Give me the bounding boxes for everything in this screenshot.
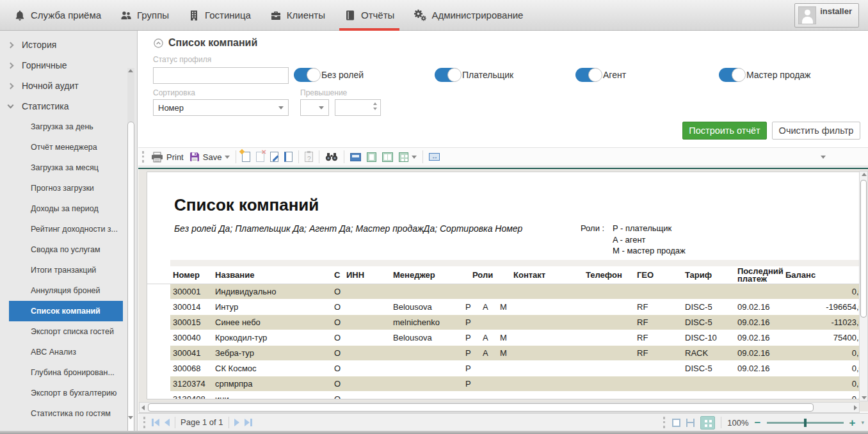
report-subtitle: Без ролей Да; Плательщик Да; Агент Да; М… bbox=[174, 223, 522, 234]
sidebar-item[interactable]: Итоги транзакций bbox=[0, 260, 137, 280]
sidebar-item[interactable]: Динамика загрузки bbox=[0, 424, 137, 431]
excess-number-stepper[interactable] bbox=[335, 99, 381, 116]
first-page-button[interactable] bbox=[152, 419, 159, 426]
sidebar-item[interactable]: Загрузка за месяц bbox=[0, 157, 137, 178]
user-button[interactable]: installer bbox=[794, 3, 859, 28]
excess-select[interactable] bbox=[300, 99, 329, 116]
cell-s: О bbox=[334, 346, 346, 361]
tab-groups[interactable]: Группы bbox=[120, 0, 169, 31]
tab-clients[interactable]: Клиенты bbox=[270, 0, 325, 31]
zoombar-grip[interactable] bbox=[663, 417, 665, 428]
sidebar-item-label: Аннуляция броней bbox=[31, 286, 100, 295]
users-icon bbox=[120, 10, 132, 21]
sidebar-item[interactable]: Отчёт менеджера bbox=[0, 137, 137, 157]
sidebar-item[interactable]: АВС Анализ bbox=[0, 342, 137, 362]
new-page-button[interactable] bbox=[242, 152, 250, 162]
clipboard-button[interactable] bbox=[305, 152, 313, 162]
zoom-slider-handle[interactable] bbox=[804, 419, 807, 427]
spin-down-icon[interactable] bbox=[373, 108, 377, 110]
single-page-view-button[interactable] bbox=[367, 152, 376, 162]
zoom-out-button[interactable]: − bbox=[755, 417, 761, 428]
fit-width-icon[interactable] bbox=[686, 419, 695, 427]
sidebar-item[interactable]: Глубина бронирован... bbox=[0, 362, 137, 383]
scroll-thumb[interactable] bbox=[148, 403, 814, 412]
scroll-down-icon[interactable] bbox=[128, 416, 133, 419]
spin-up-icon[interactable] bbox=[373, 102, 377, 105]
header-roles: Роли bbox=[472, 266, 493, 284]
scroll-up-icon[interactable] bbox=[862, 173, 867, 176]
user-name: installer bbox=[820, 6, 852, 16]
next-page-button[interactable] bbox=[234, 419, 239, 426]
sidebar-item[interactable]: Статистика по гостям bbox=[0, 403, 137, 424]
delete-page-button[interactable] bbox=[256, 152, 264, 162]
sidebar-item[interactable]: Прогноз загрузки bbox=[0, 178, 137, 198]
tab-label: Администрирование bbox=[431, 10, 523, 20]
toggle-no-roles[interactable]: Без ролей bbox=[294, 68, 364, 82]
sort-select[interactable]: Номер bbox=[153, 99, 289, 116]
tab-reception[interactable]: Служба приёма bbox=[14, 0, 101, 31]
page-setup-button[interactable] bbox=[284, 152, 293, 162]
statusbar-grip[interactable] bbox=[143, 417, 145, 428]
sidebar-item[interactable]: Рейтинг доходности з... bbox=[0, 219, 137, 239]
prev-page-button[interactable] bbox=[165, 419, 170, 426]
scroll-thumb[interactable] bbox=[127, 122, 134, 431]
sidebar-item[interactable]: Загрузка за день bbox=[0, 117, 137, 137]
preview-vertical-scrollbar[interactable] bbox=[859, 171, 868, 401]
multi-page-view-button[interactable] bbox=[399, 152, 417, 162]
toggle-sales-master[interactable]: Мастер продаж bbox=[719, 68, 811, 82]
toggle-switch[interactable] bbox=[719, 68, 744, 82]
scroll-up-icon[interactable] bbox=[128, 69, 133, 72]
print-button[interactable]: Print bbox=[151, 152, 184, 163]
status-input[interactable] bbox=[153, 67, 289, 84]
toggle-switch[interactable] bbox=[435, 68, 460, 82]
tab-reports[interactable]: Отчёты bbox=[344, 0, 394, 31]
build-report-button[interactable]: Построить отчёт bbox=[682, 122, 767, 140]
tab-hotel[interactable]: Гостиница bbox=[188, 0, 251, 31]
header-num: Номер bbox=[173, 266, 213, 284]
multi-page-zoom-icon[interactable] bbox=[700, 416, 715, 430]
sidebar-item[interactable]: Доходы за период bbox=[0, 198, 137, 219]
zoombar-overflow-icon[interactable]: ▾ bbox=[861, 419, 864, 426]
cell-s: О bbox=[334, 330, 346, 346]
sidebar-item[interactable]: Экспорт списка гостей bbox=[0, 321, 137, 342]
sidebar-item[interactable]: Статистика bbox=[0, 96, 137, 117]
preview-horizontal-scrollbar[interactable] bbox=[139, 402, 860, 413]
save-button[interactable]: Save bbox=[189, 152, 230, 162]
find-binoculars-icon[interactable] bbox=[325, 152, 338, 161]
tab-administration[interactable]: Администрирование bbox=[414, 0, 523, 31]
toggle-switch[interactable] bbox=[575, 68, 601, 82]
cell-role-m: M bbox=[500, 300, 507, 315]
last-page-button[interactable] bbox=[245, 419, 252, 426]
cell-manager: Belousova bbox=[393, 330, 463, 346]
sidebar-item-selected[interactable]: Список компаний bbox=[9, 301, 123, 321]
sidebar-item-label: Экспорт в бухгалтерию bbox=[31, 389, 117, 398]
edit-page-button[interactable] bbox=[270, 152, 278, 162]
two-page-view-button[interactable] bbox=[382, 152, 393, 162]
zoom-slider[interactable] bbox=[767, 422, 844, 424]
collapse-panel-icon[interactable] bbox=[154, 38, 163, 48]
toggle-switch[interactable] bbox=[294, 68, 319, 82]
sidebar-item[interactable]: Ночной аудит bbox=[0, 76, 137, 96]
cell-name: Зебра-тур bbox=[215, 346, 332, 361]
fit-page-icon[interactable] bbox=[672, 419, 680, 427]
scroll-thumb[interactable] bbox=[860, 180, 867, 317]
sidebar-item[interactable]: Аннуляция броней bbox=[0, 280, 137, 301]
scroll-left-icon[interactable] bbox=[141, 405, 145, 410]
toolbar-grip[interactable] bbox=[142, 151, 144, 163]
sidebar-item[interactable]: Сводка по услугам bbox=[0, 239, 137, 260]
zoom-in-button[interactable]: + bbox=[849, 417, 856, 428]
clear-filter-button[interactable]: Очистить фильтр bbox=[772, 122, 860, 140]
sidebar-item[interactable]: История bbox=[0, 35, 137, 55]
page-width-view-button[interactable]: ↔ bbox=[429, 153, 440, 161]
sidebar-scrollbar[interactable] bbox=[127, 68, 134, 421]
scroll-down-icon[interactable] bbox=[862, 396, 867, 399]
toggle-payer[interactable]: Плательщик bbox=[435, 68, 513, 82]
sidebar-item[interactable]: Горничные bbox=[0, 55, 137, 76]
toggle-agent[interactable]: Агент bbox=[575, 68, 626, 82]
toolbar-overflow-icon[interactable] bbox=[821, 156, 826, 159]
scroll-right-icon[interactable] bbox=[854, 405, 857, 410]
sidebar-item[interactable]: Экспорт в бухгалтерию bbox=[0, 383, 137, 403]
report-toolbar: Print Save ↔ bbox=[138, 147, 868, 166]
table-row: 3130408иниО0,00 bbox=[147, 392, 860, 399]
page-layout-view-button[interactable] bbox=[350, 153, 361, 161]
